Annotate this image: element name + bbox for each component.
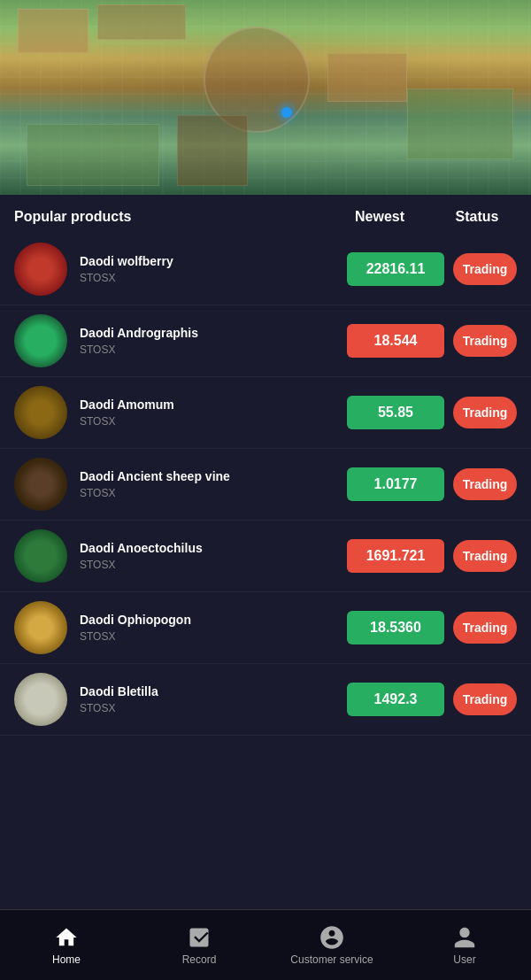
product-item-amomum[interactable]: Daodi Amomum STOSX 55.85 Trading xyxy=(0,377,531,449)
col-status-header: Status xyxy=(437,209,517,225)
product-item-bletilla[interactable]: Daodi Bletilla STOSX 1492.3 Trading xyxy=(0,664,531,736)
product-price-andrographis: 18.544 xyxy=(347,324,444,358)
product-status-andrographis[interactable]: Trading xyxy=(453,325,517,357)
nav-home[interactable]: Home xyxy=(0,910,133,980)
product-name-ophiopogon: Daodi Ophiopogon xyxy=(80,613,347,627)
col-product-header: Popular products xyxy=(14,209,322,225)
product-info-anoectochilus: Daodi Anoectochilus STOSX xyxy=(80,541,347,571)
product-avatar-anoectochilus xyxy=(14,529,67,583)
product-info-bletilla: Daodi Bletilla STOSX xyxy=(80,684,347,714)
product-name-amomum: Daodi Amomum xyxy=(80,397,347,412)
product-avatar-wolfberry xyxy=(14,243,67,296)
product-status-bletilla[interactable]: Trading xyxy=(453,683,517,715)
product-list: Daodi wolfberry STOSX 22816.11 Trading D… xyxy=(0,234,531,736)
main-content: Popular products Newest Status Daodi wol… xyxy=(0,195,531,815)
product-status-anoectochilus[interactable]: Trading xyxy=(453,540,517,572)
map-dot xyxy=(281,107,292,118)
product-avatar-amomum xyxy=(14,386,67,439)
product-price-anoectochilus: 1691.721 xyxy=(347,539,444,573)
product-price-amomum: 55.85 xyxy=(347,396,444,429)
product-item-ophiopogon[interactable]: Daodi Ophiopogon STOSX 18.5360 Trading xyxy=(0,592,531,664)
product-avatar-andrographis xyxy=(14,314,67,367)
nav-user-label: User xyxy=(453,953,475,966)
product-exchange-amomum: STOSX xyxy=(80,415,347,428)
product-item-wolfberry[interactable]: Daodi wolfberry STOSX 22816.11 Trading xyxy=(0,234,531,305)
product-price-bletilla: 1492.3 xyxy=(347,683,444,716)
product-exchange-anoectochilus: STOSX xyxy=(80,559,347,571)
product-name-andrographis: Daodi Andrographis xyxy=(80,326,347,340)
product-status-wolfberry[interactable]: Trading xyxy=(453,253,517,285)
nav-record-label: Record xyxy=(182,953,217,966)
product-item-sheepvine[interactable]: Daodi Ancient sheep vine STOSX 1.0177 Tr… xyxy=(0,449,531,521)
customer-service-icon xyxy=(319,925,344,950)
product-info-ophiopogon: Daodi Ophiopogon STOSX xyxy=(80,613,347,643)
record-icon xyxy=(187,925,212,950)
product-exchange-andrographis: STOSX xyxy=(80,343,347,356)
product-name-anoectochilus: Daodi Anoectochilus xyxy=(80,541,347,555)
product-item-anoectochilus[interactable]: Daodi Anoectochilus STOSX 1691.721 Tradi… xyxy=(0,521,531,592)
product-info-andrographis: Daodi Andrographis STOSX xyxy=(80,326,347,356)
product-avatar-bletilla xyxy=(14,673,67,726)
col-newest-header: Newest xyxy=(322,209,437,225)
product-item-andrographis[interactable]: Daodi Andrographis STOSX 18.544 Trading xyxy=(0,305,531,377)
section-header: Popular products Newest Status xyxy=(0,195,531,234)
product-info-wolfberry: Daodi wolfberry STOSX xyxy=(80,254,347,284)
product-info-amomum: Daodi Amomum STOSX xyxy=(80,397,347,428)
product-exchange-bletilla: STOSX xyxy=(80,702,347,714)
nav-customer-service-label: Customer service xyxy=(290,953,373,966)
product-avatar-ophiopogon xyxy=(14,601,67,654)
product-avatar-sheepvine xyxy=(14,458,67,511)
product-status-amomum[interactable]: Trading xyxy=(453,397,517,428)
product-exchange-ophiopogon: STOSX xyxy=(80,630,347,643)
product-info-sheepvine: Daodi Ancient sheep vine STOSX xyxy=(80,469,347,499)
product-status-ophiopogon[interactable]: Trading xyxy=(453,612,517,644)
hero-banner xyxy=(0,0,531,195)
home-icon xyxy=(54,925,79,950)
product-name-sheepvine: Daodi Ancient sheep vine xyxy=(80,469,347,483)
nav-customer-service[interactable]: Customer service xyxy=(266,910,398,980)
nav-user[interactable]: User xyxy=(398,910,531,980)
product-name-wolfberry: Daodi wolfberry xyxy=(80,254,347,268)
product-exchange-sheepvine: STOSX xyxy=(80,487,347,499)
bottom-nav: Home Record Customer service User xyxy=(0,909,531,980)
product-name-bletilla: Daodi Bletilla xyxy=(80,684,347,698)
user-icon xyxy=(452,925,477,950)
nav-record[interactable]: Record xyxy=(133,910,266,980)
product-exchange-wolfberry: STOSX xyxy=(80,272,347,284)
product-price-ophiopogon: 18.5360 xyxy=(347,611,444,644)
product-price-sheepvine: 1.0177 xyxy=(347,467,444,501)
nav-home-label: Home xyxy=(52,953,81,966)
product-price-wolfberry: 22816.11 xyxy=(347,252,444,286)
product-status-sheepvine[interactable]: Trading xyxy=(453,468,517,500)
